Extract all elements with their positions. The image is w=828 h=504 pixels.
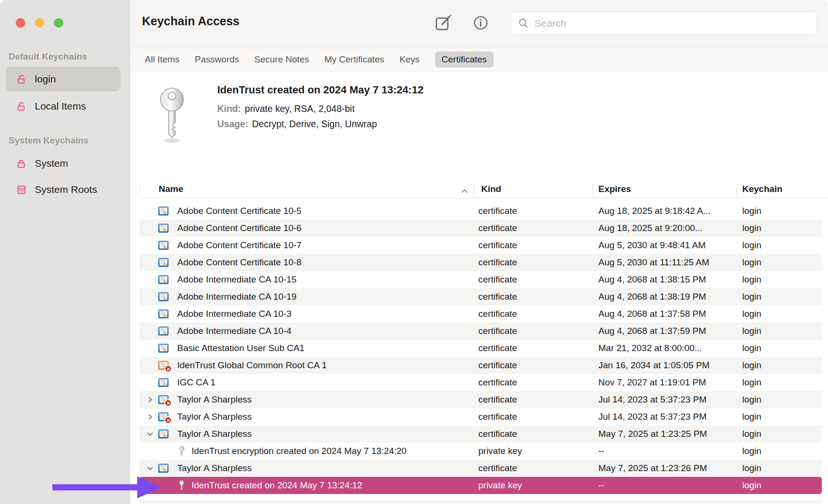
system-roots-icon [16, 184, 27, 195]
search-input[interactable] [534, 17, 802, 30]
sidebar-item-label: System [35, 158, 68, 169]
column-divider [140, 182, 140, 196]
cell-name: IdenTrust encryption created on 2024 May… [192, 443, 406, 460]
sort-ascending-icon [461, 187, 468, 195]
cell-keychain: login [742, 408, 761, 425]
table-row[interactable]: Adobe Intermediate CA 10-3 certificate A… [140, 305, 822, 323]
tab-secure-notes[interactable]: Secure Notes [254, 51, 309, 68]
cell-kind: private key [478, 443, 522, 460]
cell-kind: private key [478, 477, 522, 494]
new-item-button[interactable] [434, 14, 453, 32]
table-row[interactable]: Adobe Content Certificate 10-5 certifica… [140, 202, 822, 220]
certificate-icon [158, 274, 169, 285]
table-header: Name Kind Expires Keychain [140, 180, 828, 198]
cell-kind: certificate [478, 357, 517, 374]
cell-keychain: login [742, 202, 761, 220]
cell-keychain: login [742, 477, 761, 494]
cell-name: Taylor A Sharpless [177, 391, 252, 408]
sidebar-item-system-roots[interactable]: System Roots [6, 177, 121, 202]
sidebar-item-local-items[interactable]: Local Items [6, 94, 121, 119]
tab-all-items[interactable]: All Items [145, 51, 180, 68]
certificate-icon [158, 377, 169, 388]
certificate-icon [158, 206, 169, 216]
cell-keychain: login [742, 425, 761, 443]
tab-keys[interactable]: Keys [400, 51, 420, 68]
column-divider [592, 182, 593, 196]
table-row[interactable]: Adobe Intermediate CA 10-19 certificate … [140, 288, 822, 305]
disclosure-chevron-icon[interactable] [146, 430, 154, 438]
table-row[interactable]: Adobe Intermediate CA 10-4 certificate A… [140, 323, 822, 340]
cell-expires: May 7, 2025 at 1:23:25 PM [598, 425, 707, 443]
zoom-window-button[interactable] [54, 18, 63, 28]
cell-keychain: login [742, 374, 761, 391]
certificate-icon [158, 343, 169, 353]
cell-kind: certificate [478, 460, 517, 477]
search-field[interactable] [511, 11, 817, 35]
tab-passwords[interactable]: Passwords [195, 51, 239, 68]
table-row[interactable]: Taylor A Sharpless certificate May 7, 20… [140, 425, 822, 443]
cell-expires: Aug 5, 2030 at 11:11:25 AM [598, 254, 709, 271]
certificate-icon [158, 223, 169, 233]
cell-expires: Nov 7, 2027 at 1:19:01 PM [598, 374, 706, 391]
table-row[interactable]: Adobe Content Certificate 10-6 certifica… [140, 220, 822, 237]
minimize-window-button[interactable] [35, 18, 44, 28]
sidebar-item-system[interactable]: System [6, 151, 121, 176]
certificate-icon [158, 326, 169, 336]
get-info-button[interactable] [471, 14, 490, 32]
cell-name: Taylor A Sharpless [177, 460, 252, 477]
cell-kind: certificate [478, 374, 517, 391]
disclosure-chevron-icon[interactable] [146, 396, 154, 403]
certificate-icon [158, 463, 169, 474]
cell-name: Adobe Content Certificate 10-7 [177, 237, 302, 254]
cell-name: Taylor A Sharpless [177, 425, 252, 443]
distrusted-badge-icon [164, 399, 172, 407]
column-header-keychain[interactable]: Keychain [742, 180, 782, 198]
table-row[interactable]: Adobe Content Certificate 10-7 certifica… [140, 237, 822, 254]
sidebar-item-label: System Roots [35, 184, 97, 195]
key-icon [178, 480, 186, 491]
column-header-kind[interactable]: Kind [481, 180, 501, 198]
cell-kind: certificate [478, 237, 517, 254]
column-header-expires[interactable]: Expires [598, 180, 631, 198]
disclosure-chevron-icon[interactable] [146, 464, 154, 472]
table-row[interactable]: IdenTrust created on 2024 May 7 13:24:12… [140, 477, 822, 494]
table-row[interactable]: IGC CA 1 certificate Nov 7, 2027 at 1:19… [140, 374, 822, 391]
cell-keychain: login [742, 237, 761, 254]
item-kind: Kind:private key, RSA, 2,048-bit [217, 103, 354, 114]
empty-row-stripe [140, 501, 822, 504]
disclosure-chevron-icon[interactable] [146, 413, 154, 421]
table-row[interactable]: IdenTrust encryption created on 2024 May… [140, 443, 822, 460]
cell-kind: certificate [478, 408, 517, 425]
table-row[interactable]: Taylor A Sharpless certificate Jul 14, 2… [140, 408, 822, 425]
table-row[interactable]: Taylor A Sharpless certificate Jul 14, 2… [140, 391, 822, 408]
cell-name: Adobe Content Certificate 10-8 [177, 254, 302, 271]
items-table: Name Kind Expires Keychain [130, 180, 828, 504]
table-row[interactable]: Basic Attestation User Sub CA1 certifica… [140, 340, 822, 357]
cell-expires: -- [598, 477, 605, 494]
window-controls [16, 18, 63, 28]
table-row[interactable]: Adobe Intermediate CA 10-15 certificate … [140, 271, 822, 288]
cell-expires: Aug 4, 2068 at 1:38:15 PM [598, 271, 706, 288]
info-icon [473, 15, 489, 32]
certificate-icon [158, 429, 169, 439]
search-icon [518, 18, 529, 29]
table-row[interactable]: IdenTrust Global Common Root CA 1 certif… [140, 357, 822, 374]
cell-kind: certificate [478, 202, 517, 220]
cell-kind: certificate [478, 340, 517, 357]
column-divider [474, 182, 474, 196]
cell-keychain: login [742, 323, 761, 340]
item-title: IdenTrust created on 2024 May 7 13:24:12 [217, 84, 424, 96]
cell-name: Basic Attestation User Sub CA1 [177, 340, 304, 357]
sidebar-item-login[interactable]: login [6, 67, 121, 91]
column-header-name[interactable]: Name [159, 180, 183, 198]
tab-my-certificates[interactable]: My Certificates [324, 51, 384, 68]
table-row[interactable]: Adobe Content Certificate 10-8 certifica… [140, 254, 822, 271]
cell-expires: Jan 16, 2034 at 1:05:05 PM [598, 357, 709, 374]
cell-name: Adobe Content Certificate 10-6 [177, 220, 302, 237]
tab-certificates[interactable]: Certificates [435, 51, 494, 68]
key-icon [178, 446, 186, 456]
sidebar: Default Keychains login Local Items Syst… [0, 0, 130, 504]
table-row[interactable]: Taylor A Sharpless certificate May 7, 20… [140, 460, 822, 477]
tab-bar: All ItemsPasswordsSecure NotesMy Certifi… [130, 48, 828, 71]
close-window-button[interactable] [16, 18, 25, 28]
